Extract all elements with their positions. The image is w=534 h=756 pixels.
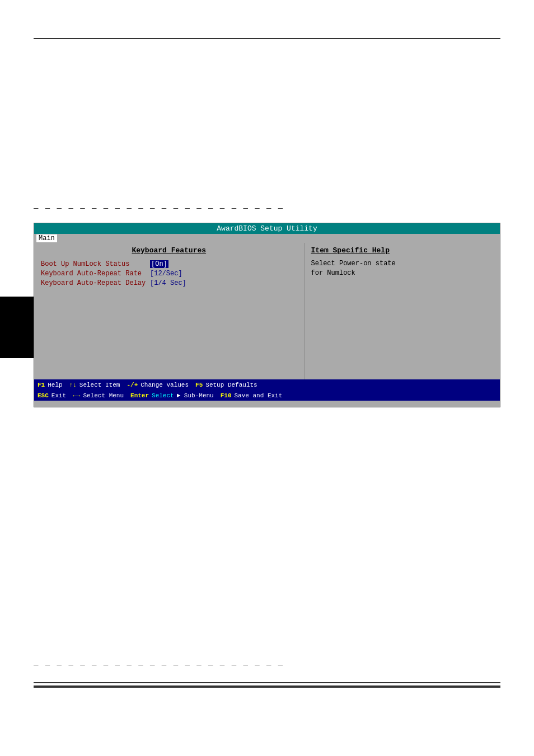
- desc-select: Select: [152, 392, 174, 399]
- key-f10: F10: [221, 392, 232, 399]
- bios-setting-row-repeat-rate[interactable]: Keyboard Auto-Repeat Rate [12/Sec]: [41, 270, 297, 278]
- desc-select-item: Select Item: [79, 382, 120, 388]
- key-plusminus: -/+: [127, 382, 138, 388]
- bios-section-title: Keyboard Features: [41, 246, 297, 255]
- bios-menubar: Main: [34, 234, 500, 243]
- desc-setup-defaults: Setup Defaults: [205, 382, 257, 388]
- bottom-divider-1: [34, 682, 500, 683]
- bios-setting-row-numlock[interactable]: Boot Up NumLock Status [On]: [41, 260, 297, 268]
- bios-bottombar-row2: ESC Exit ←→ Select Menu Enter Select ► S…: [38, 392, 496, 399]
- desc-save-exit: Save and Exit: [235, 392, 283, 399]
- desc-submenu: ► Sub-Menu: [177, 392, 214, 399]
- bios-help-text: Select Power-on statefor Numlock: [311, 259, 493, 278]
- bios-titlebar: AwardBIOS Setup Utility: [34, 223, 500, 234]
- bios-label-repeat-rate: Keyboard Auto-Repeat Rate: [41, 270, 150, 278]
- dashed-divider-top: [34, 207, 500, 209]
- bios-label-numlock: Boot Up NumLock Status: [41, 260, 150, 268]
- bios-label-repeat-delay: Keyboard Auto-Repeat Delay: [41, 279, 150, 287]
- bottom-divider-2: [34, 685, 500, 688]
- desc-change-values: Change Values: [140, 382, 189, 388]
- desc-exit: Exit: [51, 392, 66, 399]
- bios-bottombar-row1: F1 Help ↑↓ Select Item -/+ Change Values…: [38, 382, 496, 388]
- bios-screen: AwardBIOS Setup Utility Main Keyboard Fe…: [34, 223, 500, 407]
- bios-title-text: AwardBIOS Setup Utility: [217, 224, 317, 233]
- page: AwardBIOS Setup Utility Main Keyboard Fe…: [0, 0, 534, 756]
- bios-value-numlock: [On]: [150, 260, 168, 268]
- bios-setting-row-repeat-delay[interactable]: Keyboard Auto-Repeat Delay [1/4 Sec]: [41, 279, 297, 287]
- bios-bottombar: F1 Help ↑↓ Select Item -/+ Change Values…: [34, 379, 500, 401]
- key-enter: Enter: [130, 392, 149, 399]
- desc-help: Help: [48, 382, 62, 388]
- key-f1: F1: [38, 382, 45, 388]
- bios-right-panel: Item Specific Help Select Power-on state…: [305, 243, 500, 379]
- key-updown: ↑↓: [69, 382, 77, 388]
- top-divider: [34, 38, 500, 39]
- side-tab: [0, 297, 34, 358]
- bios-left-panel: Keyboard Features Boot Up NumLock Status…: [34, 243, 305, 379]
- key-esc: ESC: [38, 392, 49, 399]
- dashed-divider-bottom: [34, 660, 500, 669]
- bios-menu-main[interactable]: Main: [36, 234, 57, 242]
- bios-value-repeat-delay: [1/4 Sec]: [150, 279, 186, 287]
- key-f5: F5: [195, 382, 203, 388]
- bios-main-area: Keyboard Features Boot Up NumLock Status…: [34, 243, 500, 379]
- bios-value-repeat-rate: [12/Sec]: [150, 270, 182, 278]
- desc-select-menu: Select Menu: [83, 392, 124, 399]
- bios-help-title: Item Specific Help: [311, 246, 493, 255]
- key-leftright: ←→: [73, 392, 80, 399]
